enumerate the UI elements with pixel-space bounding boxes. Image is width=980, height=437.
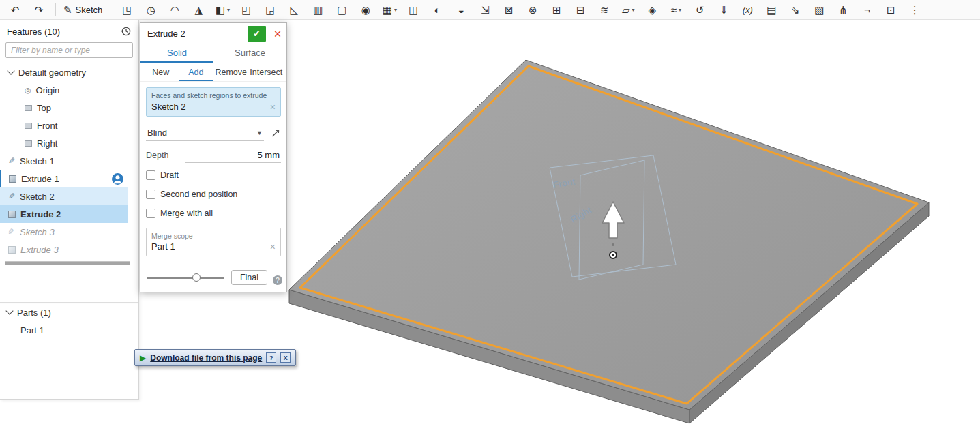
thicken-icon: ◧ (216, 5, 225, 15)
hole-icon[interactable]: ◉ (355, 1, 376, 18)
dropdown-caret-icon[interactable]: ▾ (679, 7, 681, 13)
mirror-icon[interactable]: ◫ (402, 1, 424, 18)
mode-new[interactable]: New (143, 63, 179, 81)
end-condition-dropdown[interactable]: Blind ▼ (146, 125, 264, 141)
thicken-icon[interactable]: ◧▾ (211, 1, 233, 18)
merge-with-all-checkbox[interactable] (146, 209, 155, 218)
faces-selection-field[interactable]: Faces and sketch regions to extrude Sket… (146, 87, 281, 117)
tab-solid[interactable]: Solid (140, 44, 213, 63)
tree-item-sketch-3[interactable]: ✎ Sketch 3 (0, 223, 128, 241)
parts-list-item[interactable]: Part 1 (0, 322, 138, 338)
sketch-button[interactable]: ✎Sketch (61, 1, 104, 18)
banner-help-button[interactable]: ? (266, 352, 276, 363)
banner-close-button[interactable]: X (280, 352, 291, 363)
tree-item-label: Default geometry (18, 67, 86, 78)
second-end-option[interactable]: Second end position (146, 187, 281, 201)
tree-item-extrude-3[interactable]: Extrude 3 (0, 241, 128, 258)
mode-remove[interactable]: Remove (213, 63, 249, 81)
dropdown-caret-icon[interactable]: ▾ (394, 7, 397, 13)
flip-direction-icon[interactable] (270, 127, 281, 138)
slider-knob[interactable] (192, 273, 201, 282)
merge-with-all-option[interactable]: Merge with all (146, 207, 281, 220)
cancel-button[interactable]: × (270, 26, 285, 42)
manipulator-dot[interactable] (612, 243, 614, 246)
plane-icon[interactable]: ▱▾ (617, 1, 639, 18)
flatten-icon[interactable]: ⇘ (784, 1, 806, 18)
redo-icon[interactable]: ↷ (28, 1, 50, 18)
shell-icon: ▢ (337, 5, 346, 15)
tree-item-origin[interactable]: ◎ Origin (0, 81, 128, 99)
download-banner-link[interactable]: Download file from this page (150, 353, 262, 363)
variables-icon[interactable]: (x) (737, 1, 758, 18)
draft-checkbox[interactable] (146, 170, 155, 180)
dropdown-caret-icon[interactable]: ▾ (227, 7, 230, 13)
dropdown-caret-icon[interactable]: ▾ (632, 7, 635, 13)
frame-icon[interactable]: ¬ (856, 1, 878, 18)
loft-icon[interactable]: ◮ (188, 1, 209, 18)
final-button[interactable]: Final (231, 270, 267, 285)
chevron-down-icon[interactable] (5, 307, 13, 314)
tree-item-top-plane[interactable]: Top (0, 99, 128, 117)
filter-input[interactable] (5, 42, 133, 58)
sheet-metal-icon[interactable]: ▤ (760, 1, 782, 18)
fillet-icon[interactable]: ◰ (235, 1, 257, 18)
download-banner[interactable]: ▶ Download file from this page ? X (134, 349, 296, 366)
revolve-icon: ◷ (147, 5, 155, 15)
help-icon[interactable]: ? (273, 275, 282, 285)
more-tools-icon[interactable]: ⋮ (904, 1, 925, 18)
history-icon[interactable] (121, 26, 132, 37)
preview-slider[interactable] (146, 273, 226, 282)
delete-part-icon[interactable]: ⊠ (498, 1, 520, 18)
tree-item-extrude-2[interactable]: Extrude 2 (0, 205, 128, 223)
depth-input[interactable]: 5 mm (185, 148, 281, 163)
table-icon: ▧ (814, 5, 824, 15)
second-end-checkbox[interactable] (146, 190, 155, 199)
draft-icon[interactable]: ◺ (283, 1, 305, 18)
slider-track[interactable] (147, 277, 224, 279)
transform-icon: ⇲ (481, 5, 490, 15)
merge-scope-field[interactable]: Merge scope Part 1 × (146, 228, 281, 256)
dialog-title: Extrude 2 (147, 29, 248, 39)
offset-surface-icon[interactable]: ≋ (593, 1, 615, 18)
replace-face-icon[interactable]: ⊟ (569, 1, 591, 18)
surface-icon[interactable]: ◈ (641, 1, 663, 18)
mode-add[interactable]: Add (179, 63, 214, 81)
tree-item-sketch-1[interactable]: ✎ Sketch 1 (0, 152, 128, 170)
tree-item-default-geometry[interactable]: Default geometry (0, 63, 128, 81)
table-icon[interactable]: ▧ (808, 1, 830, 18)
boolean-icon[interactable]: ◐ (426, 1, 448, 18)
revolve-icon[interactable]: ◷ (140, 1, 162, 18)
routing-icon[interactable]: ⋔ (832, 1, 854, 18)
tree-item-right-plane[interactable]: Right (0, 134, 128, 152)
accept-button[interactable]: ✓ (248, 26, 266, 42)
draft-option[interactable]: Draft (146, 168, 281, 182)
helix-icon[interactable]: ↺ (689, 1, 711, 18)
extrude-icon[interactable]: ◳ (116, 1, 138, 18)
tree-item-sketch-2[interactable]: ✎ Sketch 2 (0, 187, 128, 205)
import-icon[interactable]: ⇓ (713, 1, 734, 18)
chevron-down-icon[interactable] (7, 67, 14, 74)
linear-pattern-icon[interactable]: ▦▾ (378, 1, 400, 18)
merge-with-all-label: Merge with all (160, 209, 213, 218)
shell-icon[interactable]: ▢ (331, 1, 353, 18)
split-icon[interactable]: ◒ (450, 1, 472, 18)
parts-section-header[interactable]: Parts (1) (0, 303, 138, 322)
remove-scope-icon[interactable]: × (270, 242, 276, 252)
move-face-icon[interactable]: ⊞ (546, 1, 567, 18)
tree-item-extrude-1[interactable]: Extrude 1 (0, 170, 128, 187)
dialog-titlebar[interactable]: Extrude 2 ✓ × (140, 23, 286, 44)
remove-selection-icon[interactable]: × (270, 102, 276, 112)
tree-item-front-plane[interactable]: Front (0, 117, 128, 134)
undo-icon[interactable]: ↶ (4, 1, 26, 18)
tab-surface[interactable]: Surface (213, 44, 286, 63)
curve-icon[interactable]: ≈▾ (665, 1, 687, 18)
transform-icon[interactable]: ⇲ (474, 1, 496, 18)
extrude-icon: ◳ (122, 5, 132, 15)
rib-icon[interactable]: ▥ (307, 1, 329, 18)
custom-feature-icon[interactable]: ⊡ (880, 1, 902, 18)
rib-icon: ▥ (313, 5, 323, 15)
delete-face-icon[interactable]: ⊗ (522, 1, 544, 18)
mode-intersect[interactable]: Intersect (249, 63, 284, 81)
chamfer-icon[interactable]: ◲ (259, 1, 281, 18)
sweep-icon[interactable]: ◠ (164, 1, 185, 18)
